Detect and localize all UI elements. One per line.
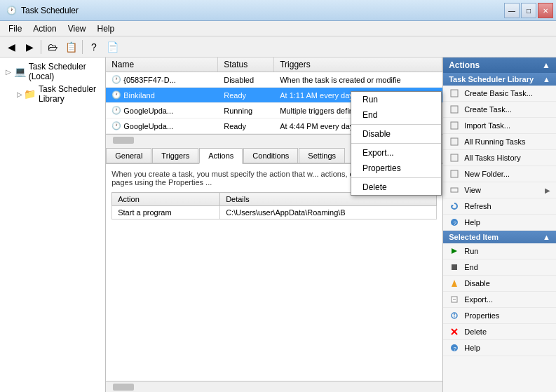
action-panel-item[interactable]: Properties xyxy=(443,308,556,324)
action-panel-item[interactable]: Import Task... xyxy=(443,118,556,134)
action-item-label: New Folder... xyxy=(464,170,550,178)
action-panel-item[interactable]: New Folder... xyxy=(443,166,556,182)
menu-item-file[interactable]: File xyxy=(3,22,27,35)
main-layout: ▷ 💻 Task Scheduler (Local) ▷ 📁 Task Sche… xyxy=(0,58,556,392)
task-cell-name: 🕐GoogleUpda... xyxy=(106,104,218,116)
tree-root-item[interactable]: ▷ 💻 Task Scheduler (Local) xyxy=(3,60,102,83)
close-button[interactable]: ✕ xyxy=(538,3,553,18)
action-panel-item[interactable]: End xyxy=(443,259,556,276)
actions-section-title: Selected Item▲ xyxy=(443,231,556,243)
export-button[interactable]: 📄 xyxy=(104,39,121,55)
action-table-body: Start a programC:\Users\user\AppData\Roa… xyxy=(112,206,437,219)
col-header-name[interactable]: Name xyxy=(106,58,218,72)
action-item-icon xyxy=(449,136,460,147)
properties-button[interactable]: 📋 xyxy=(62,39,79,55)
context-menu-item-disable[interactable]: Disable xyxy=(351,126,441,142)
action-panel-item[interactable]: Refresh xyxy=(443,198,556,215)
forward-button[interactable]: ▶ xyxy=(21,39,38,55)
section-label: Task Scheduler Library xyxy=(449,75,534,83)
context-menu-separator xyxy=(351,143,441,144)
task-cell-triggers: When the task is created or modifie xyxy=(274,74,442,86)
svg-rect-4 xyxy=(451,154,458,161)
action-item-label: End xyxy=(464,263,550,271)
context-menu-item-properties[interactable]: Properties xyxy=(351,161,441,176)
action-item-label: Disable xyxy=(464,279,550,288)
action-panel-item[interactable]: Create Basic Task... xyxy=(443,86,556,102)
context-menu-separator xyxy=(351,124,441,125)
action-panel-item[interactable]: Disable xyxy=(443,276,556,292)
action-item-icon xyxy=(449,262,460,273)
task-cell-name: 🕐GoogleUpda... xyxy=(106,120,218,132)
action-panel-item[interactable]: Run xyxy=(443,243,556,259)
section-collapse-btn[interactable]: ▲ xyxy=(543,75,550,83)
actions-panel-collapse[interactable]: ▲ xyxy=(542,60,550,70)
action-table: Action Details Start a programC:\Users\u… xyxy=(111,192,437,219)
action-item-icon xyxy=(449,326,460,337)
context-menu-item-delete[interactable]: Delete xyxy=(351,180,441,195)
action-panel-item[interactable]: ?Help xyxy=(443,340,556,356)
minimize-button[interactable]: — xyxy=(504,3,520,18)
action-item-arrow: ▶ xyxy=(545,187,550,194)
tab-settings[interactable]: Settings xyxy=(299,148,345,163)
tab-general[interactable]: General xyxy=(106,148,151,163)
col-header-status[interactable]: Status xyxy=(218,58,274,72)
hscroll-thumb xyxy=(113,137,134,144)
svg-text:?: ? xyxy=(454,346,457,352)
menu-item-view[interactable]: View xyxy=(62,22,92,35)
svg-rect-2 xyxy=(451,122,458,129)
action-panel-item[interactable]: All Running Tasks xyxy=(443,134,556,150)
app-icon: 🕐 xyxy=(6,5,17,16)
action-panel-item[interactable]: All Tasks History xyxy=(443,150,556,166)
task-icon: 🕐 xyxy=(111,90,121,100)
context-menu-item-export---[interactable]: Export... xyxy=(351,145,441,161)
action-panel-item[interactable]: Export... xyxy=(443,292,556,308)
action-item-icon xyxy=(449,88,460,99)
action-item-label: Create Basic Task... xyxy=(464,89,550,97)
action-panel-item[interactable]: Create Task... xyxy=(443,102,556,118)
maximize-button[interactable]: □ xyxy=(521,3,536,18)
action-item-label: Create Task... xyxy=(464,105,550,114)
tab-triggers[interactable]: Triggers xyxy=(152,148,198,163)
action-item-icon: ? xyxy=(449,217,460,228)
action-item-label: Delete xyxy=(464,327,550,336)
help-button[interactable]: ? xyxy=(86,39,102,55)
task-cell-status: Running xyxy=(218,105,274,116)
details-cell: C:\Users\user\AppData\Roaming\B xyxy=(220,206,437,219)
menu-item-help[interactable]: Help xyxy=(92,22,121,35)
back-button[interactable]: ◀ xyxy=(3,39,20,55)
svg-point-16 xyxy=(454,313,455,315)
tab-actions[interactable]: Actions xyxy=(199,148,243,164)
svg-marker-10 xyxy=(452,248,457,254)
action-item-icon xyxy=(449,245,460,257)
action-item-icon xyxy=(449,120,460,131)
context-menu-item-end[interactable]: End xyxy=(351,107,441,123)
context-menu: RunEndDisableExport...PropertiesDelete xyxy=(351,91,442,196)
folder-button[interactable]: 🗁 xyxy=(44,39,61,55)
action-item-label: Help xyxy=(464,344,550,352)
toolbar-separator-2 xyxy=(82,40,83,54)
tree-library-item[interactable]: ▷ 📁 Task Scheduler Library xyxy=(3,83,102,105)
tab-hscroll[interactable] xyxy=(106,381,442,392)
action-item-icon xyxy=(449,184,460,196)
context-menu-item-run[interactable]: Run xyxy=(351,92,441,107)
task-cell-name: 🕐{0583FF47-D... xyxy=(106,74,218,86)
svg-rect-11 xyxy=(452,264,457,270)
tab-conditions[interactable]: Conditions xyxy=(243,148,298,163)
action-panel-item[interactable]: ?Help xyxy=(443,215,556,231)
col-header-triggers[interactable]: Triggers xyxy=(274,58,442,72)
tab-hscroll-thumb xyxy=(113,384,134,391)
actions-panel-title: Actions xyxy=(449,60,480,70)
svg-text:?: ? xyxy=(454,220,457,227)
action-item-icon xyxy=(449,310,460,321)
task-icon: 🕐 xyxy=(111,121,121,130)
menu-item-action[interactable]: Action xyxy=(27,22,62,35)
action-panel-item[interactable]: Delete xyxy=(443,324,556,340)
action-panel-item[interactable]: View▶ xyxy=(443,182,556,198)
task-icon: 🕐 xyxy=(111,75,121,84)
action-row[interactable]: Start a programC:\Users\user\AppData\Roa… xyxy=(112,206,437,219)
task-row[interactable]: 🕐{0583FF47-D...DisabledWhen the task is … xyxy=(106,72,442,88)
section-collapse-btn[interactable]: ▲ xyxy=(543,233,550,241)
expand-icon: ▷ xyxy=(6,68,14,76)
svg-rect-6 xyxy=(451,188,458,192)
task-cell-name: 🕐Binkiland xyxy=(106,89,218,101)
